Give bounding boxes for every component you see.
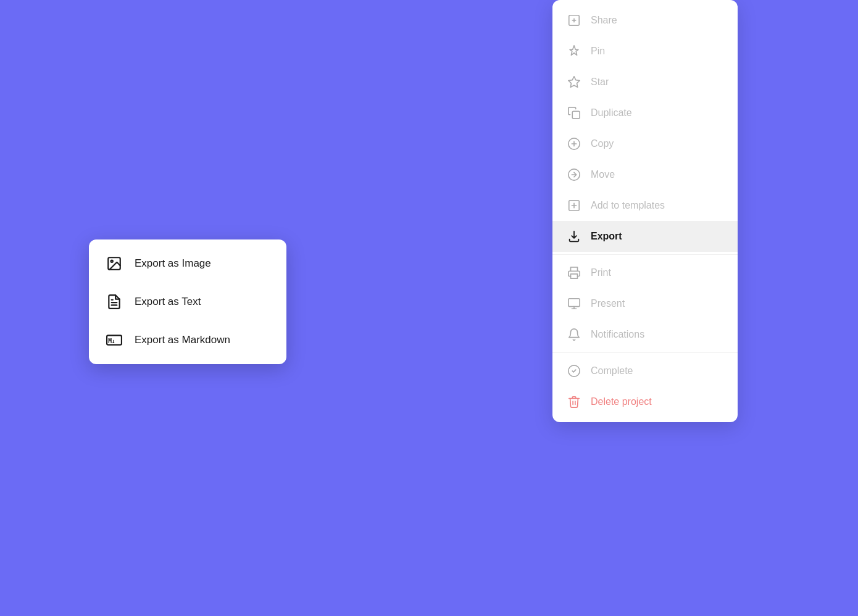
svg-rect-6 [571,274,578,278]
menu-item-duplicate[interactable]: Duplicate [552,98,738,128]
image-icon [106,256,122,272]
submenu-label-export-text: Export as Text [135,296,201,308]
menu-item-delete[interactable]: Delete project [552,386,738,417]
add-templates-icon [567,199,581,212]
submenu-label-export-image: Export as Image [135,257,211,270]
complete-icon [567,364,581,378]
menu-item-export[interactable]: Export [552,221,738,252]
export-icon [567,230,581,243]
notifications-icon [567,328,581,341]
divider-2 [552,352,738,353]
menu-label-pin: Pin [591,46,605,57]
menu-label-copy: Copy [591,138,614,149]
submenu-item-export-markdown[interactable]: M↓ Export as Markdown [89,321,286,359]
menu-item-share[interactable]: Share [552,5,738,36]
menu-item-move[interactable]: Move [552,159,738,190]
svg-point-10 [111,260,113,262]
menu-item-star[interactable]: Star [552,67,738,98]
menu-label-export: Export [591,231,622,242]
menu-item-complete[interactable]: Complete [552,356,738,386]
pin-icon [567,44,581,58]
delete-icon [567,395,581,409]
main-context-menu: Share Pin Star Duplicate [552,0,738,422]
menu-label-notifications: Notifications [591,329,644,340]
present-icon [567,297,581,310]
submenu-item-export-image[interactable]: Export as Image [89,244,286,283]
copy-icon [567,137,581,151]
export-submenu: Export as Image Export as Text M↓ Export… [89,239,286,364]
menu-item-present[interactable]: Present [552,288,738,319]
print-icon [567,266,581,280]
menu-label-complete: Complete [591,365,633,377]
menu-label-share: Share [591,15,617,26]
divider-1 [552,254,738,255]
submenu-item-export-text[interactable]: Export as Text [89,283,286,321]
menu-label-present: Present [591,298,625,309]
menu-item-notifications[interactable]: Notifications [552,319,738,350]
markdown-icon: M↓ [106,332,122,348]
move-icon [567,168,581,181]
duplicate-icon [567,106,581,120]
star-icon [567,75,581,89]
menu-label-delete: Delete project [591,396,652,407]
menu-item-print[interactable]: Print [552,257,738,288]
menu-item-copy[interactable]: Copy [552,128,738,159]
menu-label-move: Move [591,169,615,180]
svg-marker-1 [569,77,580,87]
share-icon [567,14,581,27]
menu-label-duplicate: Duplicate [591,107,632,119]
svg-rect-2 [572,111,580,119]
menu-item-pin[interactable]: Pin [552,36,738,67]
menu-label-add-templates: Add to templates [591,200,665,211]
svg-text:M↓: M↓ [108,338,115,344]
menu-label-print: Print [591,267,611,278]
menu-label-star: Star [591,77,609,88]
submenu-label-export-markdown: Export as Markdown [135,334,230,346]
svg-rect-7 [569,299,580,307]
text-icon [106,294,122,310]
menu-item-add-templates[interactable]: Add to templates [552,190,738,221]
